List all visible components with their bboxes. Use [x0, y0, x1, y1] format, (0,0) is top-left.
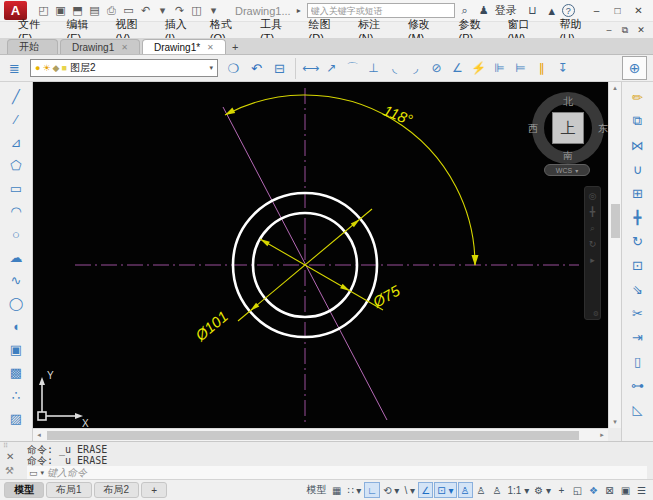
trim-icon[interactable]: ✂ — [626, 302, 650, 324]
workspace-gear-icon[interactable]: ⚙ ▾ — [532, 482, 553, 498]
help-icon[interactable]: ? — [562, 4, 575, 17]
ellipse-arc-icon[interactable]: ◖ — [4, 315, 28, 337]
horizontal-scrollbar[interactable]: ◂ ▸ — [33, 428, 608, 441]
scale-value-button[interactable]: 1:1 ▾ — [506, 482, 532, 498]
dim-ordinate-icon[interactable]: ⊥ — [363, 57, 384, 80]
command-panel-close-icon[interactable]: ✕ — [6, 451, 14, 462]
vertical-scrollbar[interactable]: ▴ ▾ — [608, 82, 621, 428]
viewcube-south[interactable]: 南 — [557, 149, 579, 163]
arc-icon[interactable]: ◠ — [4, 200, 28, 222]
scroll-down-icon[interactable]: ▾ — [609, 416, 621, 428]
file-tab-start[interactable]: 开始 — [7, 39, 58, 54]
tab-close-icon[interactable]: ✕ — [207, 43, 214, 52]
hatch-icon[interactable]: ▨ — [4, 407, 28, 429]
scroll-up-icon[interactable]: ▴ — [609, 82, 621, 94]
dim-aligned-icon[interactable]: ↗ — [321, 57, 342, 80]
ortho-icon[interactable]: ∟ — [364, 482, 380, 498]
snap-icon[interactable]: ∷ ▾ — [345, 482, 363, 498]
grid-icon[interactable]: ▦ — [329, 482, 344, 498]
line-icon[interactable]: ╱ — [4, 85, 28, 107]
isolate-objects-icon[interactable]: ◱ — [570, 482, 585, 498]
fullscreen-icon[interactable]: ▣ — [618, 482, 633, 498]
command-options-icon[interactable]: ▭ — [29, 468, 38, 478]
tab-close-icon[interactable]: ✕ — [121, 43, 128, 52]
mirror-icon[interactable]: ⋈ — [626, 134, 650, 156]
status-model-button[interactable]: 模型 — [304, 482, 328, 498]
vertical-scroll-thumb[interactable] — [611, 204, 620, 238]
steering-wheel-icon[interactable]: ◎ — [589, 192, 597, 201]
viewcube-north[interactable]: 北 — [557, 95, 579, 109]
array-icon[interactable]: ⊞ — [626, 182, 650, 204]
dim-continue-icon[interactable]: ⊨ — [510, 57, 531, 80]
file-tab-drawing1[interactable]: Drawing1 ✕ — [60, 39, 140, 54]
dim-diameter-icon[interactable]: ⊘ — [426, 57, 447, 80]
layout-tab-1[interactable]: 布局1 — [46, 482, 92, 498]
command-panel-grip[interactable]: ⠿ — [3, 442, 8, 450]
isodraft-icon[interactable]: \ ▾ — [402, 482, 417, 498]
scale-icon[interactable]: ⊡ — [626, 254, 650, 276]
scroll-right-icon[interactable]: ▸ — [596, 429, 608, 441]
chevron-down-icon[interactable]: ▾ — [41, 469, 45, 477]
dim-quick-icon[interactable]: ⚡ — [468, 57, 489, 80]
object-snap-tracking-icon[interactable]: ∠ — [418, 482, 433, 498]
rotate-icon[interactable]: ↻ — [626, 230, 650, 252]
annotation-visibility-icon[interactable]: ♙ — [458, 482, 473, 498]
chevron-down-icon[interactable]: ▾ — [209, 64, 213, 72]
construction-line-icon[interactable]: ∕ — [4, 108, 28, 130]
polyline-icon[interactable]: ⊿ — [4, 131, 28, 153]
mdi-minimize-button[interactable]: – — [601, 23, 617, 37]
showmotion-icon[interactable]: ▸ — [590, 256, 595, 265]
crosshair-toggle-icon[interactable]: + — [554, 482, 569, 498]
clean-screen-icon[interactable]: ⊠ — [602, 482, 617, 498]
make-block-icon[interactable]: ▩ — [4, 361, 28, 383]
file-tab-drawing1-modified[interactable]: Drawing1* ✕ — [142, 39, 226, 54]
dim-angular-icon[interactable]: ∠ — [447, 57, 468, 80]
outer-diameter-text[interactable]: Ø101 — [191, 307, 231, 344]
ellipse-icon[interactable]: ◯ — [4, 292, 28, 314]
viewcube-east[interactable]: 东 — [592, 122, 608, 136]
scroll-left-icon[interactable]: ◂ — [33, 429, 45, 441]
stretch-icon[interactable]: ⇘ — [626, 278, 650, 300]
angle-dimension-text[interactable]: 118° — [381, 101, 415, 128]
center-mark-button[interactable]: ⊕ — [622, 56, 647, 80]
navbar-settings-gear-icon[interactable]: ⚙ — [593, 310, 599, 318]
graphics-performance-icon[interactable]: ❖ — [586, 482, 601, 498]
dim-radius-icon[interactable]: ◟ — [384, 57, 405, 80]
erase-icon[interactable]: ✏ — [626, 86, 650, 108]
layout-tab-new[interactable]: + — [141, 482, 167, 498]
layer-states-button[interactable]: ⊟ — [268, 57, 291, 80]
offset-icon[interactable]: ∪ — [626, 158, 650, 180]
circle-icon[interactable]: ○ — [4, 223, 28, 245]
close-button[interactable]: ✕ — [628, 2, 649, 19]
join-icon[interactable]: ⊶ — [626, 374, 650, 396]
layer-dropdown[interactable]: ●☀◆■ 图层2 ▾ — [30, 59, 218, 77]
wcs-dropdown[interactable]: WCS▾ — [544, 164, 590, 176]
dim-break-icon[interactable]: ↧ — [552, 57, 573, 80]
command-customize-wrench-icon[interactable]: ⚒ — [5, 465, 14, 476]
dim-arclength-icon[interactable]: ⌒ — [342, 57, 363, 80]
command-input[interactable] — [47, 467, 645, 478]
viewcube-top-face[interactable]: 上 — [552, 112, 584, 144]
horizontal-scroll-thumb[interactable] — [47, 431, 579, 440]
customization-menu-icon[interactable]: ☰ — [634, 482, 649, 498]
chamfer-icon[interactable]: ◺ — [626, 398, 650, 420]
dim-jogged-icon[interactable]: ◞ — [405, 57, 426, 80]
object-snap-icon[interactable]: ⊡ ▾ — [434, 482, 456, 498]
move-icon[interactable]: ╋ — [626, 206, 650, 228]
viewcube-west[interactable]: 西 — [522, 122, 544, 136]
orbit-icon[interactable]: ↻ — [589, 240, 597, 249]
revcloud-icon[interactable]: ☁ — [4, 246, 28, 268]
zoom-icon[interactable]: ⌕ — [590, 224, 595, 233]
inner-diameter-dimension-line[interactable] — [260, 239, 383, 310]
layout-tab-2[interactable]: 布局2 — [94, 482, 140, 498]
title-expand-arrow-icon[interactable]: ▸ — [297, 6, 301, 15]
layer-previous-button[interactable]: ↶ — [245, 57, 268, 80]
annotation-scale-icon[interactable]: ♙ — [490, 482, 505, 498]
copy-icon[interactable]: ⧉ — [626, 110, 650, 132]
polar-tracking-icon[interactable]: ⟲ ▾ — [381, 482, 401, 498]
dim-linear-icon[interactable]: ⟷ — [300, 57, 321, 80]
point-icon[interactable]: ∴ — [4, 384, 28, 406]
make-object-layer-current-button[interactable]: ❍ — [222, 57, 245, 80]
drawing-canvas[interactable]: 118° Ø101 Ø75 Y X 北 南 西 东 上 WCS▾ — [33, 82, 608, 428]
layout-tab-model[interactable]: 模型 — [4, 482, 44, 498]
